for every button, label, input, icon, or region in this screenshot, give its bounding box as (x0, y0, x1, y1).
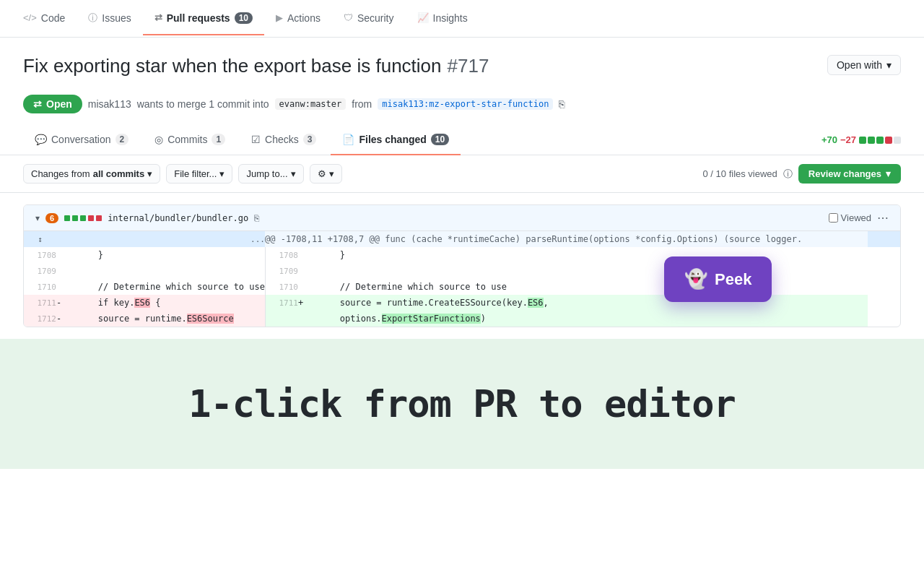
gear-icon: ⚙ (318, 168, 326, 179)
pr-status-badge: ⇄ Open (23, 95, 82, 113)
checks-icon: ☑ (251, 134, 261, 145)
pr-header: Fix exporting star when the export base … (0, 38, 924, 113)
peek-label: Peek (715, 270, 751, 289)
left-content-1709 (56, 263, 265, 279)
nav-code-label: Code (41, 12, 65, 24)
diff-filename: internal/bundler/bundler.go (108, 213, 248, 223)
stat-blocks (859, 137, 901, 144)
pr-target-branch[interactable]: evanw:master (275, 98, 346, 110)
tab-conversation-badge: 2 (116, 134, 129, 145)
right-content-1708: } (298, 247, 868, 263)
tab-checks[interactable]: ☑ Checks 3 (240, 125, 328, 155)
chevron-down-icon-gear: ▾ (329, 168, 334, 179)
pr-tabs: 💬 Conversation 2 ◎ Commits 1 ☑ Checks 3 … (0, 125, 924, 155)
peek-button[interactable]: 👻 Peek (664, 256, 772, 302)
bottom-promo: 1-click from PR to editor (0, 339, 924, 469)
stat-block-4 (885, 137, 892, 144)
diff-block-5 (96, 215, 102, 221)
pr-icon-small: ⇄ (33, 98, 42, 110)
diff-block-3 (80, 215, 86, 221)
pr-badge: 10 (235, 12, 253, 24)
nav-code[interactable]: </> Code (12, 2, 77, 35)
right-content-1709 (298, 263, 868, 279)
changes-from-label: Changes from (31, 168, 90, 179)
hunk-header-content: @@ -1708,11 +1708,7 @@ func (cache *runt… (265, 231, 868, 247)
commits-icon: ◎ (154, 134, 163, 145)
code-icon: </> (23, 12, 37, 23)
pr-meta-row: ⇄ Open misak113 wants to merge 1 commit … (23, 95, 901, 113)
tab-files-changed[interactable]: 📄 Files changed 10 (331, 125, 461, 155)
info-icon[interactable]: ⓘ (783, 168, 793, 181)
deletions-stat: −27 (840, 134, 856, 145)
right-content-1711: + source = runtime.CreateESSource(key.ES… (298, 295, 868, 311)
tab-conversation-label: Conversation (51, 134, 111, 145)
left-content-1712: - source = runtime.ES6Source (56, 311, 265, 327)
pr-number: #717 (448, 55, 489, 77)
tab-conversation[interactable]: 💬 Conversation 2 (23, 125, 140, 155)
left-content-1711: - if key.ES6 { (56, 295, 265, 311)
insights-icon: 📈 (417, 12, 429, 23)
tab-commits-badge: 1 (212, 134, 225, 145)
copy-filename-icon[interactable]: ⎘ (254, 213, 259, 223)
left-num-1711: 1711 (24, 295, 56, 311)
jump-to-button[interactable]: Jump to... ▾ (238, 164, 303, 184)
left-num-1708: 1708 (24, 247, 56, 263)
file-filter-button[interactable]: File filter... ▾ (166, 164, 232, 184)
viewed-checkbox-row: Viewed (829, 212, 871, 223)
chevron-down-icon-commits: ▾ (147, 168, 152, 179)
diff-color-blocks (64, 215, 102, 221)
nav-issues[interactable]: ⓘ Issues (77, 1, 142, 36)
nav-pull-requests[interactable]: ⇄ Pull requests 10 (143, 2, 264, 35)
diff-line-1712: 1712 - source = runtime.ES6Source option… (24, 311, 900, 327)
right-content-1710: // Determine which source to use (298, 279, 868, 295)
tab-checks-label: Checks (265, 134, 299, 145)
left-content-1710: // Determine which source to use (56, 279, 265, 295)
more-options-icon[interactable]: ⋯ (877, 211, 889, 225)
chevron-down-icon-review: ▾ (886, 168, 891, 179)
gear-button[interactable]: ⚙ ▾ (310, 164, 342, 184)
viewed-checkbox[interactable] (829, 213, 838, 223)
left-num-1709: 1709 (24, 263, 56, 279)
expand-icon-left[interactable]: ↕ (24, 231, 56, 247)
diff-block-2 (72, 215, 78, 221)
stat-block-1 (859, 137, 866, 144)
files-viewed-count: 0 / 10 files viewed (703, 168, 777, 179)
pr-meta-text: wants to merge 1 commit into (137, 98, 269, 110)
tab-checks-badge: 3 (303, 134, 317, 145)
pr-source-branch[interactable]: misak113:mz-export-star-function (378, 98, 553, 110)
files-toolbar: Changes from all commits ▾ File filter..… (0, 155, 924, 193)
stat-block-5 (894, 137, 901, 144)
files-viewed: 0 / 10 files viewed ⓘ (703, 168, 793, 181)
ghost-icon: 👻 (684, 268, 707, 290)
stat-block-2 (868, 137, 875, 144)
chevron-down-icon: ▾ (886, 59, 892, 71)
right-num-1710: 1710 (266, 279, 298, 295)
nav-issues-label: Issues (102, 12, 131, 24)
diff-count-badge: 6 (45, 213, 58, 223)
right-num-1708: 1708 (266, 247, 298, 263)
changes-from-button[interactable]: Changes from all commits ▾ (23, 164, 160, 184)
nav-insights[interactable]: 📈 Insights (406, 2, 479, 35)
pr-from-text: from (352, 98, 372, 110)
issues-icon: ⓘ (88, 12, 97, 25)
nav-actions[interactable]: ▶ Actions (264, 2, 332, 35)
tab-commits[interactable]: ◎ Commits 1 (143, 125, 237, 155)
nav-actions-label: Actions (287, 12, 321, 24)
right-num-empty (266, 311, 298, 327)
diff-stats: +70 −27 (821, 134, 901, 145)
open-with-button[interactable]: Open with ▾ (827, 55, 901, 75)
tab-files-changed-badge: 10 (431, 134, 449, 145)
copy-branch-icon[interactable]: ⎘ (559, 98, 565, 110)
security-icon: 🛡 (344, 12, 353, 23)
diff-hunk-header: ↕ ... @@ -1708,11 +1708,7 @@ func (cache… (24, 231, 900, 247)
file-filter-label: File filter... (174, 168, 217, 179)
diff-file-header: ▾ 6 internal/bundler/bundler.go ⎘ Viewed… (24, 205, 900, 231)
open-with-label: Open with (837, 59, 882, 71)
collapse-toggle[interactable]: ▾ (35, 213, 40, 223)
diff-file-actions: Viewed ⋯ (829, 211, 889, 225)
review-changes-button[interactable]: Review changes ▾ (798, 164, 901, 184)
left-line-num-hunk: ... (56, 231, 265, 247)
nav-security[interactable]: 🛡 Security (332, 2, 406, 35)
chevron-down-icon-jump: ▾ (291, 168, 296, 179)
tab-commits-label: Commits (167, 134, 207, 145)
